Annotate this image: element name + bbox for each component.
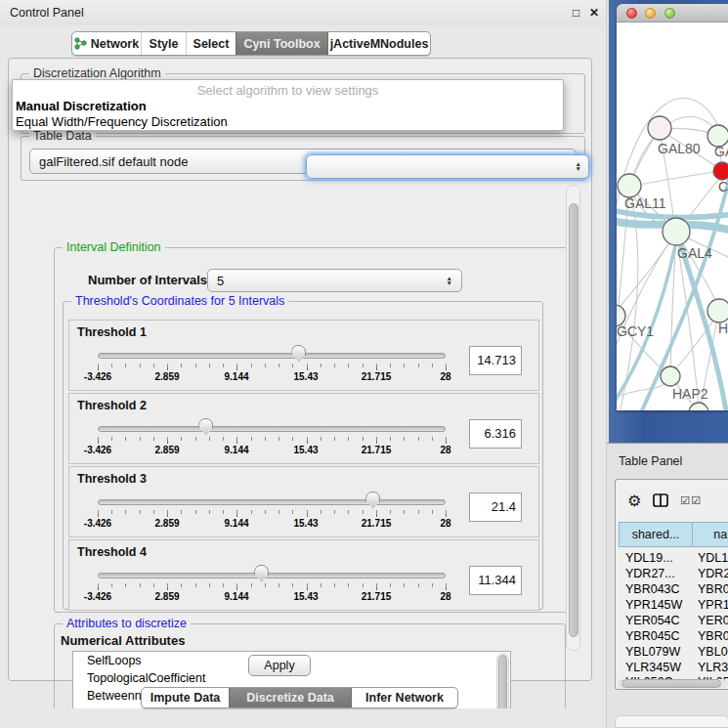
table-cell[interactable]: YBR045C bbox=[698, 628, 728, 644]
right-region: GAL80 GA C GAL11 GAL4 H GCY1 HAP2 Table … bbox=[606, 0, 728, 728]
node-gal80[interactable] bbox=[648, 116, 671, 140]
table-cell[interactable]: YDL19... bbox=[698, 550, 728, 566]
tab-select[interactable]: Select bbox=[186, 32, 236, 55]
tab-jactivemnodules[interactable]: jActiveMNodules bbox=[327, 32, 430, 55]
panel-scrollbar[interactable] bbox=[566, 185, 580, 651]
number-of-intervals-label: Number of Intervals bbox=[88, 273, 207, 287]
threshold-value-field[interactable]: 6.316 bbox=[469, 419, 522, 449]
slider-thumb[interactable] bbox=[198, 418, 213, 435]
column-header-shared-name[interactable]: shared... bbox=[619, 522, 693, 547]
minimize-traffic-icon[interactable] bbox=[645, 8, 656, 19]
threshold-row: Threshold 3 -3.426 2.859 9.144 15.43 21.… bbox=[68, 466, 539, 537]
tab-discretize-data[interactable]: Discretize Data bbox=[229, 688, 351, 707]
slider-track[interactable] bbox=[98, 499, 446, 505]
float-window-icon[interactable]: □ bbox=[573, 6, 579, 20]
threshold-value-field[interactable]: 21.4 bbox=[469, 492, 522, 522]
threshold-slider[interactable] bbox=[98, 573, 446, 578]
numerical-attributes-label: Numerical Attributes bbox=[61, 633, 185, 648]
slider-thumb[interactable] bbox=[291, 345, 306, 362]
table-cell[interactable]: YBL079W bbox=[625, 644, 690, 660]
list-scrollbar[interactable] bbox=[496, 653, 509, 708]
threshold-label: Threshold 1 bbox=[77, 325, 147, 339]
dropdown-prompt: Select algorithm to view settings bbox=[13, 83, 563, 99]
slider-minor-ticks bbox=[98, 364, 447, 367]
cyni-bottom-tabbar: Impute Data Discretize Data Infer Networ… bbox=[141, 687, 458, 708]
network-window: GAL80 GA C GAL11 GAL4 H GCY1 HAP2 bbox=[617, 4, 728, 410]
group-title: Table Data bbox=[29, 129, 96, 143]
control-panel-tabbar: Network Style Select Cyni Toolbox jActiv… bbox=[71, 31, 431, 56]
slider-minor-ticks bbox=[98, 510, 447, 514]
node-gal4[interactable] bbox=[663, 218, 690, 245]
slider-track[interactable] bbox=[98, 353, 446, 359]
table-cell[interactable]: YPR145W bbox=[698, 597, 728, 613]
threshold-row: Threshold 1 -3.426 2.859 9.144 15.43 21.… bbox=[68, 320, 539, 391]
slider-minor-ticks bbox=[98, 437, 447, 441]
table-cell[interactable]: YDR27... bbox=[625, 566, 690, 581]
threshold-slider[interactable] bbox=[98, 353, 446, 359]
slider-track[interactable] bbox=[98, 426, 446, 432]
table-hscrollbar-thumb[interactable] bbox=[621, 679, 721, 688]
node-label-partial-mid-right: H bbox=[718, 321, 728, 336]
threshold-label: Threshold 2 bbox=[77, 399, 147, 412]
interval-definition-group: Interval Definition Number of Intervals … bbox=[54, 247, 572, 613]
dropdown-option-equal-width[interactable]: Equal Width/Frequency Discretization bbox=[13, 114, 563, 130]
network-window-titlebar bbox=[617, 4, 728, 22]
network-canvas[interactable]: GAL80 GA C GAL11 GAL4 H GCY1 HAP2 bbox=[617, 22, 728, 410]
settings-scroll-view: Interval Definition Number of Intervals … bbox=[21, 242, 574, 708]
control-panel-titlebar: Control Panel □ ✕ bbox=[0, 0, 606, 25]
cyni-toolbox-pane: Discretization Algorithm Table Data galF… bbox=[8, 58, 592, 681]
panel-scrollbar-thumb[interactable] bbox=[569, 203, 578, 637]
table-cell[interactable]: YBR043C bbox=[625, 581, 690, 597]
combo-stepper-icon: ▲▼ bbox=[576, 161, 581, 171]
table-cell[interactable]: YDL19... bbox=[625, 550, 690, 566]
gear-icon[interactable]: ⚙ bbox=[627, 492, 641, 510]
table-cell[interactable]: YDR27... bbox=[698, 566, 728, 581]
combo-value: 5 bbox=[217, 274, 224, 288]
table-cell[interactable]: YBR045C bbox=[625, 628, 690, 644]
threshold-label: Threshold 4 bbox=[77, 545, 147, 559]
table-cell[interactable]: YBR043C bbox=[698, 581, 728, 597]
table-cell[interactable]: YBL079W bbox=[698, 644, 728, 660]
close-traffic-icon[interactable] bbox=[626, 8, 637, 19]
node-label-partial-red: C bbox=[718, 179, 728, 194]
algorithm-dropdown-popup: Select algorithm to view settings Manual… bbox=[12, 79, 564, 131]
table-cell[interactable]: YLR345W bbox=[698, 660, 728, 675]
node-gal11[interactable] bbox=[618, 174, 641, 197]
threshold-slider[interactable] bbox=[98, 426, 446, 432]
tab-cyni-toolbox[interactable]: Cyni Toolbox bbox=[236, 32, 327, 55]
node-label-partial-top-right: GA bbox=[714, 144, 728, 159]
table-cell[interactable]: YER054C bbox=[698, 613, 728, 628]
tab-style[interactable]: Style bbox=[141, 32, 186, 55]
column-header-name[interactable]: name bbox=[692, 522, 728, 547]
table-hscrollbar[interactable] bbox=[618, 679, 728, 688]
split-view-icon[interactable] bbox=[653, 493, 668, 507]
node-label-gal11: GAL11 bbox=[624, 195, 666, 211]
number-of-intervals-combobox[interactable]: 5 ▲▼ bbox=[207, 269, 462, 292]
threshold-slider[interactable] bbox=[98, 499, 446, 505]
zoom-traffic-icon[interactable] bbox=[664, 8, 675, 19]
checkbox-columns-icon[interactable]: ☑☑ bbox=[680, 494, 702, 507]
table-panel-titlebar: Table Panel bbox=[607, 443, 728, 477]
node-red-selected[interactable] bbox=[713, 162, 728, 180]
tab-infer-network[interactable]: Infer Network bbox=[351, 688, 457, 707]
dropdown-option-manual[interactable]: Manual Discretization bbox=[13, 99, 563, 114]
threshold-value-field[interactable]: 11.344 bbox=[469, 566, 522, 595]
node-hap2[interactable] bbox=[661, 366, 680, 386]
apply-button[interactable]: Apply bbox=[248, 655, 311, 676]
slider-thumb[interactable] bbox=[254, 565, 269, 581]
slider-track[interactable] bbox=[98, 573, 446, 578]
threshold-value-field[interactable]: 14.713 bbox=[469, 346, 522, 375]
node-partial-mid-right[interactable] bbox=[707, 299, 728, 322]
table-cell[interactable]: YLR345W bbox=[625, 660, 690, 675]
tab-network[interactable]: Network bbox=[72, 32, 141, 55]
node-label-gal4: GAL4 bbox=[677, 245, 712, 261]
table-cell[interactable]: YPR145W bbox=[625, 597, 690, 613]
close-icon[interactable]: ✕ bbox=[589, 6, 599, 20]
list-scrollbar-thumb[interactable] bbox=[498, 655, 507, 708]
slider-thumb[interactable] bbox=[365, 492, 380, 508]
algorithm-combobox[interactable]: ▲▼ bbox=[306, 154, 589, 179]
group-title: Threshold's Coordinates for 5 Intervals bbox=[71, 294, 288, 308]
tab-impute-data[interactable]: Impute Data bbox=[142, 688, 229, 707]
table-cell[interactable]: YER054C bbox=[625, 613, 690, 628]
screen: Control Panel □ ✕ Network Style Select C… bbox=[0, 0, 728, 728]
